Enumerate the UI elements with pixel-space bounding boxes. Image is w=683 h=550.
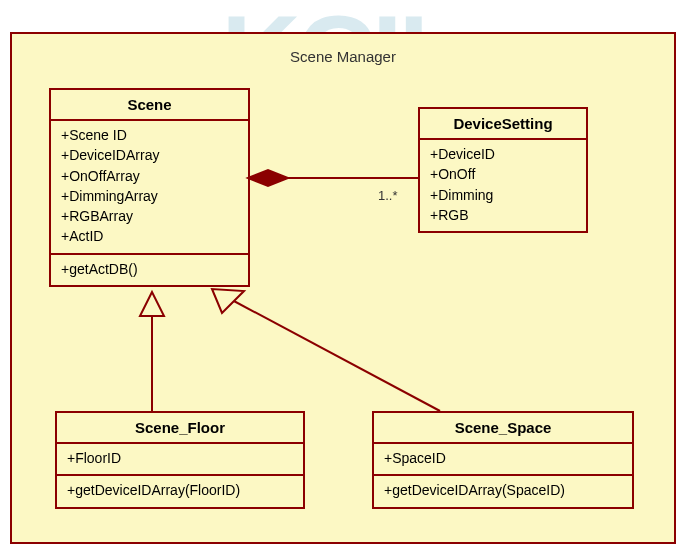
class-scene-space-methods: +getDeviceIDArray(SpaceID) [374, 476, 632, 506]
class-devicesetting: DeviceSetting +DeviceID +OnOff +Dimming … [418, 107, 588, 233]
multiplicity-label: 1..* [378, 188, 398, 203]
class-devicesetting-name: DeviceSetting [420, 109, 586, 140]
class-scene: Scene +Scene ID +DeviceIDArray +OnOffArr… [49, 88, 250, 287]
attribute: +RGBArray [61, 206, 238, 226]
class-scene-floor-methods: +getDeviceIDArray(FloorID) [57, 476, 303, 506]
attribute: +Dimming [430, 185, 576, 205]
class-scene-floor: Scene_Floor +FloorID +getDeviceIDArray(F… [55, 411, 305, 509]
attribute: +OnOff [430, 164, 576, 184]
method: +getDeviceIDArray(FloorID) [67, 480, 293, 500]
class-scene-space: Scene_Space +SpaceID +getDeviceIDArray(S… [372, 411, 634, 509]
class-scene-space-attributes: +SpaceID [374, 444, 632, 476]
diagram-canvas: KCIL Scene Manager Scene +Scene ID +Devi… [0, 0, 683, 550]
attribute: +DeviceIDArray [61, 145, 238, 165]
attribute: +OnOffArray [61, 166, 238, 186]
class-scene-floor-name: Scene_Floor [57, 413, 303, 444]
attribute: +ActID [61, 226, 238, 246]
attribute: +DeviceID [430, 144, 576, 164]
method: +getActDB() [61, 259, 238, 279]
package-title: Scene Manager [12, 48, 674, 65]
attribute: +Scene ID [61, 125, 238, 145]
class-scene-floor-attributes: +FloorID [57, 444, 303, 476]
class-scene-methods: +getActDB() [51, 255, 248, 285]
attribute: +RGB [430, 205, 576, 225]
class-scene-name: Scene [51, 90, 248, 121]
class-scene-space-name: Scene_Space [374, 413, 632, 444]
attribute: +FloorID [67, 448, 293, 468]
class-devicesetting-attributes: +DeviceID +OnOff +Dimming +RGB [420, 140, 586, 231]
method: +getDeviceIDArray(SpaceID) [384, 480, 622, 500]
class-scene-attributes: +Scene ID +DeviceIDArray +OnOffArray +Di… [51, 121, 248, 255]
attribute: +DimmingArray [61, 186, 238, 206]
attribute: +SpaceID [384, 448, 622, 468]
